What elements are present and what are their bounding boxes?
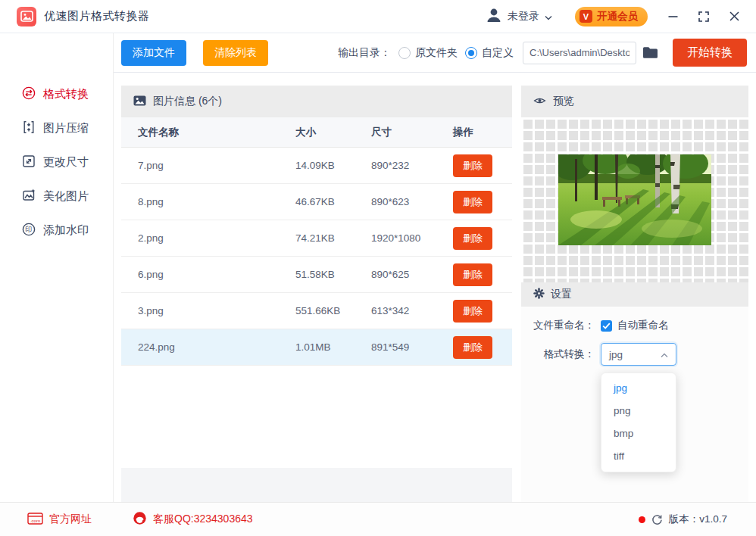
compress-icon [21,120,36,137]
delete-button[interactable]: 删除 [453,154,492,177]
vip-badge-icon: V [579,10,592,23]
output-path-input[interactable] [523,42,636,64]
file-name: 8.png [121,196,295,207]
format-label: 格式转换： [521,347,595,361]
app-window: 优速图片格式转换器 未登录 V 开通会员 [0,0,756,536]
clear-list-button[interactable]: 清除列表 [203,40,268,66]
sidebar-item-label: 添加水印 [43,223,89,238]
table-row[interactable]: 7.png 14.09KB 890*232 删除 [121,148,512,184]
format-option-png[interactable]: png [601,400,676,422]
sidebar-item-format-convert[interactable]: 格式转换 [0,77,113,111]
version-group: 版本：v1.0.7 [639,513,727,526]
check-update-button[interactable] [651,514,663,525]
rename-row: 文件重命名： 自动重命名 [521,319,748,332]
right-panel: 预览 [521,86,748,502]
radio-original-folder[interactable]: 原文件夹 [398,46,458,60]
sidebar-item-resize[interactable]: 更改尺寸 [0,145,113,179]
table-row[interactable]: 2.png 74.21KB 1920*1080 删除 [121,220,512,257]
login-label: 未登录 [508,10,539,23]
official-website-link[interactable]: .com 官方网址 [27,513,92,527]
file-panel: 图片信息 (6个) 文件名称 大小 尺寸 操作 7.png 14.09KB 89… [121,86,512,468]
watermark-icon: 印 [21,222,36,239]
rename-label: 文件重命名： [521,319,595,332]
col-size: 大小 [295,126,371,139]
svg-text:印: 印 [26,226,33,233]
qq-support-link[interactable]: 客服QQ:3234303643 [133,511,253,528]
format-option-jpg[interactable]: jpg [601,377,676,400]
format-option-tiff[interactable]: tiff [601,445,676,468]
preview-image [558,154,711,245]
statusbar: .com 官方网址 客服QQ:3234303643 版本：v1.0.7 [0,502,756,536]
resize-icon [21,154,36,171]
content: 图片信息 (6个) 文件名称 大小 尺寸 操作 7.png 14.09KB 89… [114,73,756,502]
auto-rename-checkbox[interactable] [601,320,612,332]
sidebar-item-label: 更改尺寸 [43,155,89,170]
user-avatar-icon [486,7,502,26]
settings-header: 设置 [521,282,748,307]
file-dims: 1920*1080 [371,232,453,244]
sidebar-item-label: 美化图片 [43,189,89,204]
radio-original-label: 原文件夹 [415,46,458,60]
maximize-button[interactable] [698,11,709,22]
file-dims: 890*232 [371,160,453,171]
file-dims: 613*342 [371,305,453,316]
output-dir-group: 输出目录： 原文件夹 自定义 开始转换 [338,39,747,67]
format-row: 格式转换： jpg [521,343,748,366]
delete-button[interactable]: 删除 [453,191,492,213]
table-row[interactable]: 6.png 51.58KB 890*625 删除 [121,257,512,293]
format-dropdown: jpg png bmp tiff [601,372,676,472]
sidebar-item-label: 格式转换 [43,87,89,101]
table-column-headers: 文件名称 大小 尺寸 操作 [121,117,512,148]
delete-button[interactable]: 删除 [453,300,492,323]
sidebar-item-beautify[interactable]: 美化图片 [0,179,113,213]
minimize-button[interactable] [668,11,678,21]
file-name: 3.png [121,305,295,316]
main-area: 格式转换 图片压缩 更改尺寸 美化图片 [0,33,756,502]
sidebar-item-label: 图片压缩 [43,121,89,136]
status-dot [639,516,645,523]
delete-button[interactable]: 删除 [453,227,492,250]
add-files-button[interactable]: 添加文件 [121,40,186,66]
radio-custom-folder[interactable]: 自定义 [465,46,514,60]
start-convert-button[interactable]: 开始转换 [673,39,747,67]
file-dims: 890*625 [371,269,453,280]
format-select[interactable]: jpg [601,343,676,366]
eye-icon [533,95,546,108]
format-option-bmp[interactable]: bmp [601,422,676,445]
toolbar: 添加文件 清除列表 输出目录： 原文件夹 自定义 [114,33,756,73]
preview-title: 预览 [553,95,574,108]
settings-body: 文件重命名： 自动重命名 格式转换： jpg [521,307,748,376]
file-dims: 891*549 [371,341,453,353]
output-dir-label: 输出目录： [338,46,391,60]
login-menu[interactable]: 未登录 [486,7,552,26]
app-title: 优速图片格式转换器 [44,9,150,23]
file-size: 1.01MB [295,341,371,353]
sidebar-item-watermark[interactable]: 印 添加水印 [0,213,113,248]
table-row[interactable]: 8.png 46.67KB 890*623 删除 [121,184,512,220]
delete-button[interactable]: 删除 [453,263,492,286]
table-row-selected[interactable]: 224.png 1.01MB 891*549 删除 [121,329,512,366]
col-name: 文件名称 [121,126,295,139]
file-panel-title: 图片信息 (6个) [153,95,222,108]
version-label: 版本：v1.0.7 [669,513,727,526]
file-name: 7.png [121,160,295,171]
vip-button[interactable]: V 开通会员 [575,7,648,26]
website-label: 官方网址 [49,513,92,526]
image-info-icon [133,95,146,108]
file-size: 551.66KB [295,305,371,316]
file-size: 51.58KB [295,269,371,280]
app-logo-icon [17,7,36,26]
file-size: 46.67KB [295,196,371,207]
qq-label: 客服QQ:3234303643 [153,513,253,526]
beautify-icon [21,188,36,205]
format-convert-icon [21,86,36,103]
sidebar-item-compress[interactable]: 图片压缩 [0,111,113,145]
preview-transparency-grid [521,117,748,282]
close-button[interactable] [729,11,739,21]
delete-button[interactable]: 删除 [453,336,492,359]
settings-title: 设置 [551,288,572,301]
chevron-down-icon [545,10,552,23]
table-row[interactable]: 3.png 551.66KB 613*342 删除 [121,293,512,329]
browse-folder-button[interactable] [642,46,659,59]
format-select-value: jpg [609,349,623,360]
